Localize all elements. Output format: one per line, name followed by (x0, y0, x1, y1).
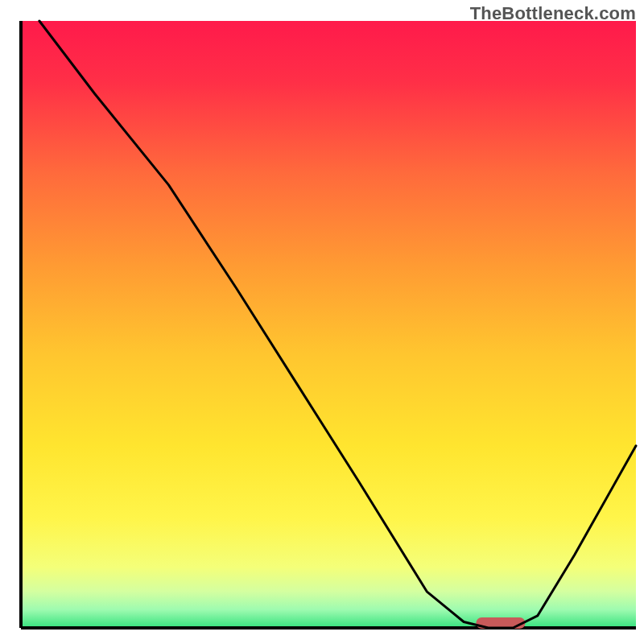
bottleneck-chart (0, 0, 644, 644)
chart-frame: TheBottleneck.com (0, 0, 644, 644)
heat-background (21, 21, 636, 628)
watermark-text: TheBottleneck.com (470, 3, 636, 24)
